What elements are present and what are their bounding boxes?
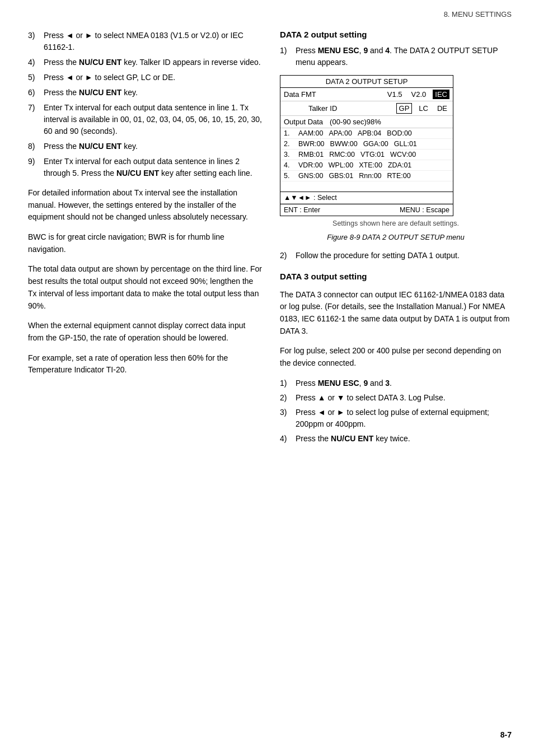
data-row-1: 1. AAM:00 APA:00 APB:04 BOD:00 [280, 128, 453, 139]
list-num: 3) [280, 407, 296, 430]
data-row-empty [280, 181, 453, 192]
row-col: XTE:00 [359, 161, 382, 169]
section1-followup: 2) Follow the procedure for setting DATA… [280, 250, 512, 262]
output-label: Output Data [284, 118, 323, 126]
paragraph-1: For detailed information about Tx interv… [28, 187, 263, 223]
row-col: Rnn:00 [359, 172, 381, 180]
row-num: 2. [284, 140, 293, 148]
section-title-data2: DATA 2 output setting [280, 30, 512, 39]
page-number: 8-7 [500, 730, 512, 739]
talker-label: Talker ID [308, 104, 337, 113]
list-text: Follow the procedure for setting DATA 1 … [296, 250, 460, 262]
row-col: WPL:00 [329, 161, 353, 169]
section2-list: 1) Press MENU ESC, 9 and 4. The DATA 2 O… [280, 45, 512, 68]
list-item: 6) Press the NU/CU ENT key. [28, 87, 263, 99]
list-num: 4) [280, 433, 296, 445]
list-num: 8) [28, 141, 44, 152]
nav-escape-text: MENU : Escape [400, 206, 449, 214]
row-col: GGA:00 [363, 140, 388, 148]
section2-para-1: The DATA 3 connector can output IEC 6116… [280, 289, 512, 338]
menu-talker-row: Talker ID GP LC DE [280, 101, 453, 116]
paragraph-5: For example, set a rate of operation les… [28, 352, 263, 376]
list-item: 8) Press the NU/CU ENT key. [28, 141, 263, 152]
row-col: BWR:00 [298, 140, 325, 148]
list-item: 5) Press ◄ or ► to select GP, LC or DE. [28, 72, 263, 83]
menu-nav-enter-escape: ENT : Enter MENU : Escape [280, 204, 453, 216]
data-row-4: 4. VDR:00 WPL:00 XTE:00 ZDA:01 [280, 160, 453, 171]
list-num: 2) [280, 250, 296, 262]
list-text: Enter Tx interval for each output data s… [44, 102, 263, 137]
list-num: 4) [28, 57, 44, 68]
row-col: RTE:00 [387, 172, 411, 180]
list-item: 2) Press ▲ or ▼ to select DATA 3. Log Pu… [280, 392, 512, 404]
paragraph-3: The total data output are shown by perce… [28, 263, 263, 312]
menu-box-data2: DATA 2 OUTPUT SETUP Data FMT V1.5 V2.0 I… [280, 75, 453, 216]
talker-lc: LC [416, 104, 430, 113]
row-col: RMC:00 [329, 151, 355, 158]
row-num: 1. [284, 129, 293, 137]
row-col: VTG:01 [360, 151, 385, 158]
left-column: 3) Press ◄ or ► to select NMEA 0183 (V1.… [28, 30, 263, 451]
section2-para-2: For log pulse, select 200 or 400 pulse p… [280, 345, 512, 369]
left-list: 3) Press ◄ or ► to select NMEA 0183 (V1.… [28, 30, 263, 179]
list-item: 1) Press MENU ESC, 9 and 4. The DATA 2 O… [280, 45, 512, 68]
list-item: 1) Press MENU ESC, 9 and 3. [280, 377, 512, 389]
list-item: 2) Follow the procedure for setting DATA… [280, 250, 512, 262]
menu-output-row: Output Data (00-90 sec)98% [280, 116, 453, 128]
list-text: Press ◄ or ► to select log pulse of exte… [296, 407, 512, 430]
paragraph-4: When the external equipment cannot displ… [28, 320, 263, 344]
list-item: 3) Press ◄ or ► to select NMEA 0183 (V1.… [28, 30, 263, 53]
list-text: Enter Tx interval for each output data s… [44, 156, 263, 179]
row-col: APA:00 [329, 129, 352, 137]
list-num: 1) [280, 45, 296, 68]
row-num: 5. [284, 172, 293, 180]
section-data3: DATA 3 output setting The DATA 3 connect… [280, 272, 512, 445]
list-item: 9) Enter Tx interval for each output dat… [28, 156, 263, 179]
list-num: 7) [28, 102, 44, 137]
page-header: 8. MENU SETTINGS [0, 0, 534, 24]
row-col: BOD:00 [387, 129, 411, 137]
menu-nav-select: ▲▼◄► : Select [280, 192, 453, 204]
section-data2: DATA 2 output setting 1) Press MENU ESC,… [280, 30, 512, 262]
list-text: Press ◄ or ► to select GP, LC or DE. [44, 72, 175, 83]
data-row-3: 3. RMB:01 RMC:00 VTG:01 WCV:00 [280, 150, 453, 160]
list-text: Press ◄ or ► to select NMEA 0183 (V1.5 o… [44, 30, 263, 53]
list-text: Press the NU/CU ENT key. [44, 141, 138, 152]
list-num: 3) [28, 30, 44, 53]
list-text: Press MENU ESC, 9 and 4. The DATA 2 OUTP… [296, 45, 512, 68]
list-text: Press the NU/CU ENT key. Talker ID appea… [44, 57, 261, 68]
row-col: GLL:01 [394, 140, 417, 148]
row-col: BWW:00 [330, 140, 358, 148]
row-col: VDR:00 [298, 161, 323, 169]
list-item: 4) Press the NU/CU ENT key twice. [280, 433, 512, 445]
list-num: 9) [28, 156, 44, 179]
menu-title: DATA 2 OUTPUT SETUP [280, 76, 453, 88]
talker-gp: GP [396, 103, 413, 114]
list-text: Press the NU/CU ENT key. [44, 87, 138, 99]
talker-de: DE [435, 104, 449, 113]
list-item: 7) Enter Tx interval for each output dat… [28, 102, 263, 137]
list-item: 3) Press ◄ or ► to select log pulse of e… [280, 407, 512, 430]
list-text: Press the NU/CU ENT key twice. [296, 433, 410, 445]
data-row-2: 2. BWR:00 BWW:00 GGA:00 GLL:01 [280, 139, 453, 150]
fmt-v20: V2.0 [409, 90, 429, 99]
row-col: APB:04 [358, 129, 381, 137]
list-text: Press MENU ESC, 9 and 3. [296, 377, 392, 389]
list-item: 4) Press the NU/CU ENT key. Talker ID ap… [28, 57, 263, 68]
row-col: GNS:00 [298, 172, 323, 180]
data-row-5: 5. GNS:00 GBS:01 Rnn:00 RTE:00 [280, 171, 453, 181]
row-num: 3. [284, 151, 293, 158]
row-num: 4. [284, 161, 293, 169]
row-col: RMB:01 [298, 151, 324, 158]
output-range: (00-90 sec)98% [330, 118, 381, 126]
menu-caption: Settings shown here are default settings… [280, 220, 512, 227]
fmt-label: Data FMT [284, 90, 323, 99]
nav-enter-text: ENT : Enter [284, 206, 320, 214]
list-num: 1) [280, 377, 296, 389]
section-title-data3: DATA 3 output setting [280, 272, 512, 281]
section2-steps: 1) Press MENU ESC, 9 and 3. 2) Press ▲ o… [280, 377, 512, 445]
figure-caption: Figure 8-9 DATA 2 OUTPUT SETUP menu [280, 232, 512, 243]
right-column: DATA 2 output setting 1) Press MENU ESC,… [280, 30, 512, 451]
fmt-iec: IEC [433, 90, 449, 99]
menu-fmt-row: Data FMT V1.5 V2.0 IEC [280, 88, 453, 101]
